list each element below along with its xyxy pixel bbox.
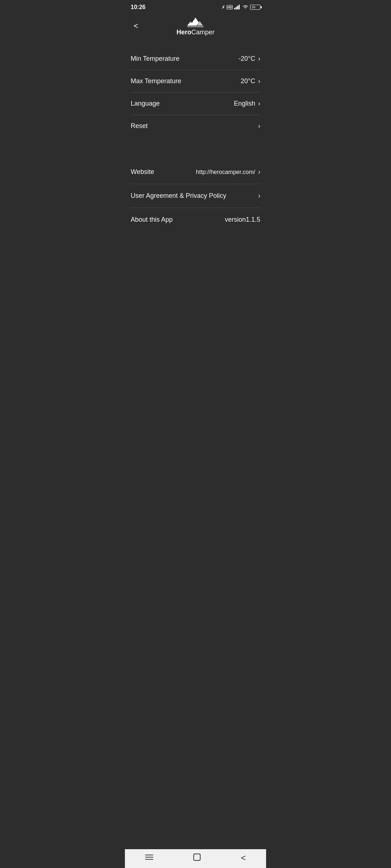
logo-container: HeroCamper [176, 16, 214, 36]
max-temperature-value: 20°C [241, 77, 255, 85]
logo-normal: Camper [191, 29, 214, 36]
website-label: Website [131, 168, 196, 176]
svg-rect-0 [234, 8, 235, 9]
user-agreement-chevron: › [258, 192, 260, 200]
back-button[interactable]: < [131, 20, 141, 32]
website-chevron: › [258, 168, 260, 176]
min-temperature-right: -20°C › [239, 55, 260, 63]
website-right: http://herocamper.com/ › [196, 168, 260, 176]
reset-label: Reset [131, 122, 148, 130]
user-agreement-item[interactable]: User Agreement & Privacy Policy › [131, 184, 260, 208]
language-item[interactable]: Language English › [131, 93, 260, 115]
reset-right: › [258, 122, 260, 130]
svg-rect-8 [187, 26, 203, 27]
user-agreement-label: User Agreement & Privacy Policy [131, 192, 234, 200]
battery-icon: 39 [250, 5, 260, 10]
app-title: HeroCamper [176, 29, 214, 36]
bluetooth-icon: ✗ [222, 5, 225, 10]
min-temperature-chevron: › [258, 55, 260, 63]
language-chevron: › [258, 100, 260, 107]
max-temperature-label: Max Temperature [131, 77, 181, 85]
status-bar: 10:26 ✗ HD 39 [125, 0, 266, 13]
settings-section: Min Temperature -20°C › Max Temperature … [125, 48, 266, 137]
logo-mountain-icon [185, 16, 206, 29]
signal-icon [234, 4, 241, 10]
max-temperature-chevron: › [258, 77, 260, 85]
max-temperature-item[interactable]: Max Temperature 20°C › [131, 70, 260, 93]
about-app-version: version1.1.5 [225, 216, 260, 224]
wifi-icon [242, 4, 249, 10]
battery-level: 39 [252, 5, 255, 9]
content-spacer [125, 237, 266, 291]
hd-icon: HD [227, 5, 233, 9]
status-icons: ✗ HD 39 [222, 4, 260, 10]
language-value: English [234, 100, 255, 107]
about-app-item[interactable]: About this App version1.1.5 [131, 208, 260, 231]
svg-rect-3 [239, 5, 240, 9]
min-temperature-label: Min Temperature [131, 55, 180, 63]
reset-chevron: › [258, 122, 260, 130]
max-temperature-right: 20°C › [241, 77, 260, 85]
min-temperature-item[interactable]: Min Temperature -20°C › [131, 48, 260, 70]
status-time: 10:26 [131, 4, 146, 10]
back-icon: < [134, 21, 138, 30]
min-temperature-value: -20°C [239, 55, 255, 63]
section-gap [125, 143, 266, 154]
svg-rect-1 [236, 7, 237, 9]
language-right: English › [234, 100, 260, 107]
logo-bold: Hero [176, 29, 191, 36]
reset-item[interactable]: Reset › [131, 115, 260, 137]
info-section: Website http://herocamper.com/ › User Ag… [125, 160, 266, 231]
header: < HeroCamper [125, 13, 266, 42]
about-app-label: About this App [131, 216, 225, 224]
website-value: http://herocamper.com/ [196, 169, 255, 175]
bottom-spacer [125, 291, 266, 312]
language-label: Language [131, 100, 160, 107]
svg-rect-2 [237, 6, 238, 9]
website-item[interactable]: Website http://herocamper.com/ › [131, 160, 260, 184]
